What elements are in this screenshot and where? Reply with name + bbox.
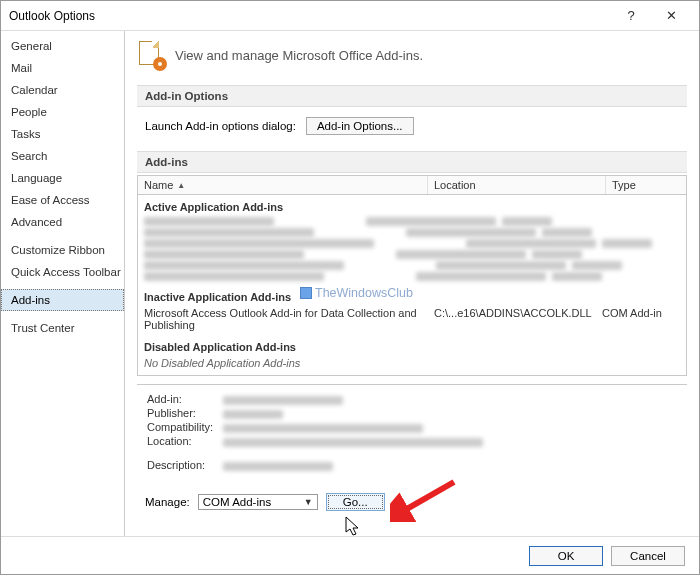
launch-addin-label: Launch Add-in options dialog:: [145, 120, 296, 132]
grid-header: Name ▲ Location Type: [138, 176, 686, 195]
close-icon: ✕: [666, 8, 677, 23]
col-type[interactable]: Type: [606, 176, 686, 194]
chevron-down-icon: ▼: [304, 497, 313, 507]
cell-location: C:\...e16\ADDINS\ACCOLK.DLL: [434, 307, 602, 331]
col-location[interactable]: Location: [428, 176, 606, 194]
manage-label: Manage:: [145, 496, 190, 508]
group-inactive: Inactive Application Add-ins: [144, 291, 680, 303]
detail-publisher-label: Publisher:: [147, 407, 221, 419]
sidebar: General Mail Calendar People Tasks Searc…: [1, 31, 125, 536]
sidebar-item-trust-center[interactable]: Trust Center: [1, 317, 124, 339]
titlebar: Outlook Options ? ✕: [1, 1, 699, 31]
page-heading-text: View and manage Microsoft Office Add-ins…: [175, 48, 423, 63]
detail-addin-value: [223, 396, 343, 405]
table-row[interactable]: Microsoft Access Outlook Add-in for Data…: [144, 307, 680, 331]
sidebar-item-mail[interactable]: Mail: [1, 57, 124, 79]
sidebar-item-ease-of-access[interactable]: Ease of Access: [1, 189, 124, 211]
grid-body[interactable]: Active Application Add-ins Inactive Appl…: [138, 195, 686, 375]
manage-select[interactable]: COM Add-ins ▼: [198, 494, 318, 510]
manage-selected-value: COM Add-ins: [203, 496, 271, 508]
page-heading: View and manage Microsoft Office Add-ins…: [137, 41, 687, 69]
sidebar-item-tasks[interactable]: Tasks: [1, 123, 124, 145]
detail-addin-label: Add-in:: [147, 393, 221, 405]
main-panel: View and manage Microsoft Office Add-ins…: [125, 31, 699, 536]
cell-name: Microsoft Access Outlook Add-in for Data…: [144, 307, 434, 331]
table-row[interactable]: [144, 239, 680, 248]
addins-page-icon: [137, 41, 165, 69]
window-title: Outlook Options: [9, 9, 611, 23]
sidebar-item-people[interactable]: People: [1, 101, 124, 123]
sidebar-item-advanced[interactable]: Advanced: [1, 211, 124, 233]
ok-button[interactable]: OK: [529, 546, 603, 566]
outlook-options-window: Outlook Options ? ✕ General Mail Calenda…: [0, 0, 700, 575]
table-row[interactable]: [144, 250, 680, 259]
dialog-body: General Mail Calendar People Tasks Searc…: [1, 31, 699, 536]
sidebar-item-general[interactable]: General: [1, 35, 124, 57]
detail-publisher-value: [223, 410, 283, 419]
sidebar-item-calendar[interactable]: Calendar: [1, 79, 124, 101]
table-row[interactable]: [144, 261, 680, 270]
section-addin-options: Add-in Options: [137, 85, 687, 107]
addins-grid: Name ▲ Location Type Active Application …: [137, 175, 687, 376]
addin-details: Add-in: Publisher: Compatibility: Locati…: [137, 384, 687, 483]
cell-type: COM Add-in: [602, 307, 680, 331]
detail-description-label: Description:: [147, 449, 221, 471]
sort-asc-icon: ▲: [177, 181, 185, 190]
launch-addin-row: Launch Add-in options dialog: Add-in Opt…: [137, 107, 687, 145]
detail-location-value: [223, 438, 483, 447]
detail-location-label: Location:: [147, 435, 221, 447]
addin-options-button[interactable]: Add-in Options...: [306, 117, 414, 135]
col-name[interactable]: Name ▲: [138, 176, 428, 194]
section-addins: Add-ins: [137, 151, 687, 173]
detail-compat-label: Compatibility:: [147, 421, 221, 433]
detail-compat-value: [223, 424, 423, 433]
go-button[interactable]: Go...: [326, 493, 385, 511]
group-disabled: Disabled Application Add-ins: [144, 341, 680, 353]
table-row[interactable]: [144, 228, 680, 237]
sidebar-item-language[interactable]: Language: [1, 167, 124, 189]
table-row[interactable]: [144, 272, 680, 281]
manage-row: Manage: COM Add-ins ▼ Go...: [137, 483, 687, 515]
dialog-footer: OK Cancel: [1, 536, 699, 574]
sidebar-item-add-ins[interactable]: Add-ins: [1, 289, 124, 311]
detail-description-value: [223, 462, 333, 471]
sidebar-item-customize-ribbon[interactable]: Customize Ribbon: [1, 239, 124, 261]
sidebar-item-search[interactable]: Search: [1, 145, 124, 167]
sidebar-item-quick-access-toolbar[interactable]: Quick Access Toolbar: [1, 261, 124, 283]
close-button[interactable]: ✕: [651, 1, 691, 31]
group-active: Active Application Add-ins: [144, 201, 680, 213]
cancel-button[interactable]: Cancel: [611, 546, 685, 566]
help-button[interactable]: ?: [611, 1, 651, 31]
disabled-none: No Disabled Application Add-ins: [144, 357, 680, 369]
table-row[interactable]: [144, 217, 680, 226]
